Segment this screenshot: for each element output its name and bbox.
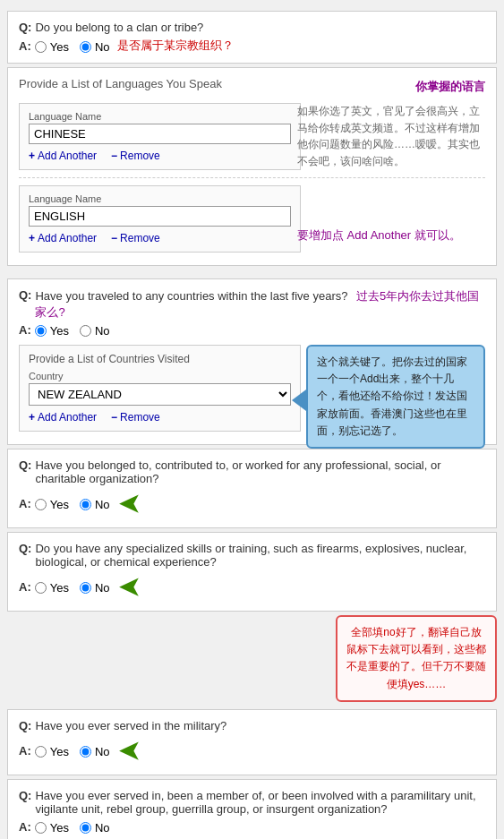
q5-no-option[interactable]: No	[80, 745, 110, 758]
a1-label: A:	[19, 39, 31, 53]
a3-label: A:	[19, 497, 31, 510]
minus-icon3: −	[111, 411, 117, 424]
q3-q-label: Q:	[19, 458, 31, 472]
q4-no-radio[interactable]	[80, 582, 91, 594]
red-annotation-bubble: 全部填no好了，翻译自己放鼠标下去就可以看到，这些都不是重要的了。但千万不要随便…	[336, 615, 497, 702]
q5-yes-radio[interactable]	[35, 746, 47, 758]
q1-no-option[interactable]: No	[80, 40, 110, 54]
q6-yes-option[interactable]: Yes	[35, 821, 69, 835]
lang2-remove-link[interactable]: − Remove	[111, 232, 160, 244]
q2-yes-label: Yes	[50, 324, 69, 338]
a5-label: A:	[19, 744, 31, 758]
q4-text: Do you have any specialized skills or tr…	[35, 542, 485, 569]
a4-label: A:	[19, 580, 31, 594]
q1-label: Q:	[19, 21, 31, 34]
q5-no-label: No	[95, 745, 110, 758]
lang-annotation2: 要增加点 Add Another 就可以。	[297, 227, 485, 245]
q5-yes-option[interactable]: Yes	[35, 745, 69, 758]
q4-yes-label: Yes	[50, 581, 69, 595]
minus-icon: −	[111, 150, 117, 162]
countries-title: Provide a List of Countries Visited	[29, 353, 291, 365]
q3-no-radio[interactable]	[80, 499, 91, 510]
q1-yes-radio[interactable]	[35, 41, 47, 53]
q3-yes-radio[interactable]	[35, 499, 47, 510]
lang2-add-link[interactable]: + Add Another	[29, 232, 97, 244]
lang2-input[interactable]: ENGLISH	[29, 206, 291, 227]
plus-icon: +	[29, 150, 35, 162]
q3-no-option[interactable]: No	[80, 498, 110, 511]
a6-label: A:	[19, 820, 31, 834]
green-arrow2-icon: ➤	[119, 572, 140, 602]
q4-no-label: No	[95, 581, 110, 595]
lang1-remove-link[interactable]: − Remove	[111, 150, 160, 162]
q4-yes-radio[interactable]	[35, 582, 47, 594]
minus-icon2: −	[111, 232, 117, 244]
q5-text: Have you ever served in the military?	[35, 719, 226, 732]
q6-text: Have you ever served in, been a member o…	[35, 789, 485, 816]
q3-yes-label: Yes	[50, 498, 69, 511]
q6-q-label: Q:	[19, 789, 31, 802]
q2-text: Have you traveled to any countries withi…	[35, 289, 347, 303]
languages-cn-title: 你掌握的语言	[415, 79, 485, 95]
q1-cn-annotation: 是否属于某宗教组织？	[117, 38, 234, 54]
q1-text: Do you belong to a clan or tribe?	[35, 21, 203, 34]
q1-yes-option[interactable]: Yes	[35, 40, 69, 54]
lang1-input[interactable]: CHINESE	[29, 124, 291, 144]
languages-title: Provide a List of Languages You Speak	[19, 77, 222, 90]
q4-no-option[interactable]: No	[80, 581, 110, 595]
country-add-link[interactable]: + Add Another	[29, 411, 97, 424]
green-arrow1-icon: ➤	[119, 489, 140, 518]
q4-q-label: Q:	[19, 542, 31, 555]
q6-no-label: No	[95, 821, 110, 835]
country-remove-link[interactable]: − Remove	[111, 411, 160, 424]
q2-cn-bubble: 这个就关键了。把你去过的国家一个一个Add出来，整个十几个，看他还给不给你过！发…	[306, 345, 485, 449]
q6-no-radio[interactable]	[80, 822, 91, 834]
lang1-field-label: Language Name	[29, 111, 291, 122]
bubble-arrow-icon	[292, 390, 306, 411]
q6-yes-label: Yes	[50, 821, 69, 835]
q4-yes-option[interactable]: Yes	[35, 581, 69, 595]
q3-text: Have you belonged to, contributed to, or…	[35, 458, 485, 485]
plus-icon3: +	[29, 411, 35, 424]
country-field-label: Country	[29, 371, 291, 381]
lang2-field-label: Language Name	[29, 193, 291, 204]
lang1-add-link[interactable]: + Add Another	[29, 150, 97, 162]
green-arrow3-icon: ➤	[119, 736, 140, 766]
q6-yes-radio[interactable]	[35, 822, 47, 834]
q1-no-radio[interactable]	[80, 41, 91, 53]
q2-yes-radio[interactable]	[35, 325, 47, 337]
q5-no-radio[interactable]	[80, 746, 91, 758]
a2-label: A:	[19, 323, 31, 337]
q6-no-option[interactable]: No	[80, 821, 110, 835]
q2-label: Q:	[19, 288, 31, 302]
q5-q-label: Q:	[19, 719, 31, 732]
q2-no-radio[interactable]	[80, 325, 91, 337]
q2-yes-option[interactable]: Yes	[35, 324, 69, 338]
q1-yes-label: Yes	[50, 40, 69, 54]
q3-yes-option[interactable]: Yes	[35, 498, 69, 511]
q1-no-label: No	[95, 40, 110, 54]
country-select[interactable]: NEW ZEALAND AUSTRALIA CANADA UNITED STAT…	[29, 383, 291, 406]
q5-yes-label: Yes	[50, 745, 69, 758]
q2-no-option[interactable]: No	[80, 324, 110, 338]
plus-icon2: +	[29, 232, 35, 244]
lang-annotation1: 如果你选了英文，官见了会很高兴，立马给你转成英文频道。不过这样有增加他你问题数量…	[297, 103, 485, 169]
q2-no-label: No	[95, 324, 110, 338]
q3-no-label: No	[95, 498, 110, 511]
